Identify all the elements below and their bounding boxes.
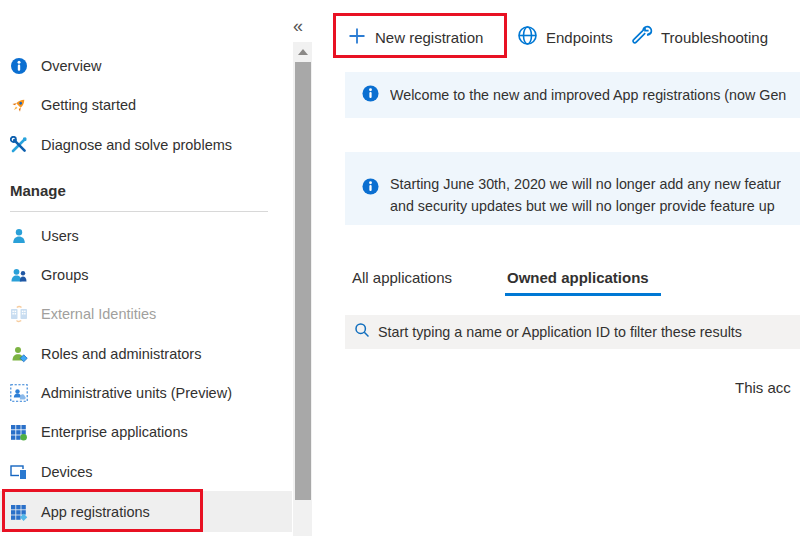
sidebar-item-admin-units[interactable]: Administrative units (Preview) [0, 373, 292, 412]
sidebar-item-diagnose[interactable]: Diagnose and solve problems [0, 125, 292, 164]
welcome-banner-text: Welcome to the new and improved App regi… [390, 87, 786, 103]
info-icon [362, 178, 379, 199]
tab-all-applications[interactable]: All applications [352, 269, 452, 286]
endpoints-label: Endpoints [546, 29, 613, 46]
sidebar-item-label: Getting started [41, 97, 136, 113]
sidebar-collapse-icon[interactable]: « [288, 16, 308, 36]
globe-icon [517, 25, 538, 49]
sidebar: Overview Getting started Diagnose and so… [0, 0, 292, 536]
admin-units-icon [9, 383, 28, 402]
users-group-icon [9, 265, 28, 284]
sidebar-item-external-identities[interactable]: External Identities [0, 294, 292, 333]
scrollbar-thumb[interactable] [295, 62, 311, 500]
search-icon [354, 322, 370, 342]
sidebar-item-label: Enterprise applications [41, 424, 188, 440]
sidebar-divider [10, 211, 268, 212]
troubleshooting-label: Troubleshooting [661, 29, 768, 46]
highlight-box-new-registration [333, 13, 507, 58]
sidebar-item-enterprise-apps[interactable]: Enterprise applications [0, 412, 292, 451]
active-tab-underline [505, 293, 661, 296]
sidebar-item-roles[interactable]: Roles and administrators [0, 334, 292, 373]
sidebar-section-manage: Manage [10, 182, 66, 199]
info-icon [362, 85, 379, 106]
grid-green-icon [9, 422, 28, 441]
sidebar-item-label: Diagnose and solve problems [41, 137, 232, 153]
sidebar-item-label: External Identities [41, 306, 156, 322]
devices-icon [9, 462, 28, 481]
sidebar-item-label: Devices [41, 464, 93, 480]
scrollbar-up-arrow-icon[interactable] [298, 49, 308, 55]
tools-icon [9, 135, 28, 154]
sidebar-item-label: Groups [41, 267, 89, 283]
sidebar-scrollbar[interactable] [293, 42, 312, 536]
user-role-icon [9, 344, 28, 363]
sidebar-item-label: Administrative units (Preview) [41, 385, 232, 401]
sidebar-item-overview[interactable]: Overview [0, 46, 292, 85]
rocket-icon [9, 95, 28, 114]
sidebar-item-label: Users [41, 228, 79, 244]
deprecation-line-2: and security updates but we will no long… [390, 196, 781, 218]
deprecation-banner: Starting June 30th, 2020 we will no long… [345, 152, 800, 225]
endpoints-button[interactable]: Endpoints [517, 22, 613, 52]
highlight-box-app-registrations [2, 489, 203, 532]
deprecation-line-1: Starting June 30th, 2020 we will no long… [390, 174, 781, 196]
sidebar-item-users[interactable]: Users [0, 216, 292, 255]
wrench-icon [632, 25, 653, 49]
sidebar-item-label: Overview [41, 58, 101, 74]
user-icon [9, 226, 28, 245]
account-info-text: This acc [735, 379, 791, 396]
application-filter-searchbox[interactable] [345, 315, 800, 349]
welcome-banner: Welcome to the new and improved App regi… [345, 72, 800, 118]
search-input[interactable] [378, 324, 798, 340]
tab-owned-applications[interactable]: Owned applications [507, 269, 649, 286]
sidebar-item-getting-started[interactable]: Getting started [0, 85, 292, 124]
sidebar-item-devices[interactable]: Devices [0, 452, 292, 491]
info-icon [9, 56, 28, 75]
sidebar-item-groups[interactable]: Groups [0, 255, 292, 294]
deprecation-banner-text: Starting June 30th, 2020 we will no long… [390, 174, 781, 217]
troubleshooting-button[interactable]: Troubleshooting [632, 22, 768, 52]
buildings-sync-icon [9, 304, 28, 323]
sidebar-item-label: Roles and administrators [41, 346, 201, 362]
